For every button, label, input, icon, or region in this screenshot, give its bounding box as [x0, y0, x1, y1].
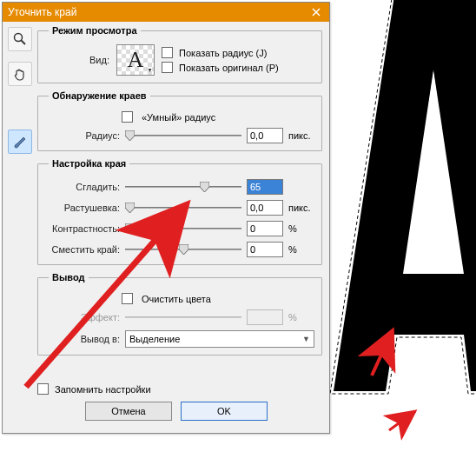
hand-tool-button[interactable]: [8, 62, 32, 86]
chevron-down-icon: ▼: [302, 335, 310, 343]
radius-label: Радиус:: [45, 130, 120, 141]
edge-detection-group: Обнаружение краев «Умный» радиус Радиус:…: [37, 90, 322, 151]
chevron-down-icon: ▼: [147, 67, 153, 74]
view-mode-swatch[interactable]: A ▼: [116, 44, 155, 76]
shift-edge-input[interactable]: 0: [247, 242, 283, 257]
output-to-value: Выделение: [129, 334, 180, 344]
main-panel: Режим просмотра Вид: A ▼ Показать радиус…: [37, 22, 329, 433]
shift-edge-slider[interactable]: [125, 243, 241, 256]
output-legend: Вывод: [49, 272, 89, 282]
radius-slider[interactable]: [125, 129, 241, 143]
contrast-unit: %: [288, 223, 314, 234]
feather-label: Растушевка:: [45, 203, 120, 213]
window-title: Уточнить край: [8, 6, 303, 18]
feather-input[interactable]: 0,0: [247, 200, 283, 216]
effect-slider: [125, 310, 241, 324]
effect-input: [247, 309, 283, 325]
output-to-combo[interactable]: Выделение ▼: [125, 330, 314, 348]
radius-input[interactable]: 0,0: [247, 128, 283, 143]
remember-settings-checkbox[interactable]: [37, 383, 49, 395]
shift-edge-unit: %: [288, 244, 314, 255]
cancel-button[interactable]: Отмена: [85, 402, 172, 421]
effect-label: Эффект:: [45, 312, 120, 322]
smart-radius-label: «Умный» радиус: [142, 112, 215, 123]
smooth-input[interactable]: 65: [247, 179, 283, 195]
output-group: Вывод Очистить цвета Эффект: % Вывод в:: [37, 272, 322, 356]
shift-edge-label: Сместить край:: [45, 244, 120, 255]
contrast-input[interactable]: 0: [247, 221, 283, 236]
decontaminate-checkbox[interactable]: [122, 293, 133, 304]
tool-column: [3, 22, 37, 433]
show-radius-label: Показать радиус (J): [179, 48, 267, 58]
svg-point-0: [15, 34, 23, 42]
radius-unit: пикс.: [288, 130, 314, 141]
refine-brush-tool-button[interactable]: [8, 130, 32, 154]
remember-settings-row[interactable]: Запомнить настройки: [37, 384, 151, 395]
view-mode-group: Режим просмотра Вид: A ▼ Показать радиус…: [37, 25, 322, 83]
edge-adjust-group: Настройка края Сгладить: 65 Растушевка:: [37, 158, 322, 265]
edge-detection-legend: Обнаружение краев: [49, 90, 150, 101]
view-label: Вид:: [45, 55, 109, 65]
show-radius-checkbox[interactable]: [162, 47, 173, 58]
output-to-label: Вывод в:: [45, 334, 120, 344]
feather-unit: пикс.: [288, 203, 314, 213]
zoom-tool-button[interactable]: [8, 27, 32, 51]
feather-slider[interactable]: [125, 201, 241, 215]
show-radius-checkbox-row[interactable]: Показать радиус (J): [162, 47, 279, 58]
show-original-checkbox[interactable]: [162, 62, 173, 73]
remember-settings-label: Запомнить настройки: [55, 384, 151, 395]
brush-icon: [12, 134, 28, 150]
decontaminate-label: Очистить цвета: [142, 294, 211, 304]
svg-line-1: [22, 41, 26, 45]
close-icon: [312, 8, 321, 17]
smooth-label: Сгладить:: [45, 182, 120, 192]
contrast-label: Контрастность:: [45, 223, 120, 234]
canvas-selection-a-shape: [325, 0, 476, 409]
contrast-slider[interactable]: [125, 222, 241, 236]
hand-icon: [13, 67, 27, 81]
edge-adjust-legend: Настройка края: [49, 158, 129, 169]
view-mode-legend: Режим просмотра: [49, 25, 141, 36]
smooth-slider[interactable]: [125, 180, 241, 194]
show-original-label: Показать оригинал (P): [179, 63, 279, 73]
show-original-checkbox-row[interactable]: Показать оригинал (P): [162, 62, 279, 73]
effect-unit: %: [288, 312, 314, 322]
refine-edge-dialog: Уточнить край Режим просмотра Вид:: [2, 2, 330, 434]
close-button[interactable]: [303, 3, 329, 22]
titlebar: Уточнить край: [3, 3, 329, 22]
ok-button[interactable]: OK: [181, 402, 268, 421]
swatch-letter: A: [128, 47, 144, 73]
smart-radius-checkbox[interactable]: [122, 111, 133, 123]
magnifier-icon: [13, 32, 27, 46]
